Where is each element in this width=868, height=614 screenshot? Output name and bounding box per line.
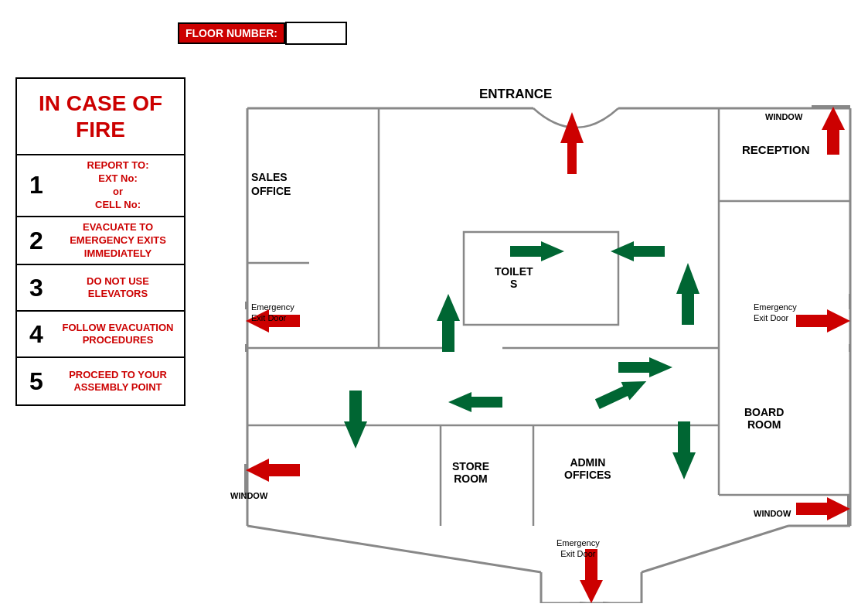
svg-line-33	[603, 602, 611, 603]
step-2-number: 2	[17, 223, 56, 259]
svg-marker-46	[593, 372, 650, 413]
reception-label: RECEPTION	[742, 143, 810, 156]
instruction-panel: IN CASE OF FIRE 1 REPORT TO:EXT No:orCEL…	[15, 77, 186, 406]
step-3-text: DO NOT USE ELEVATORS	[56, 271, 184, 305]
svg-line-32	[580, 602, 587, 603]
svg-line-8	[247, 526, 541, 572]
svg-marker-45	[618, 357, 672, 377]
exit-door-left-label: EmergencyExit Door	[251, 302, 294, 324]
step-4-text: FOLLOW EVACUATION PROCEDURES	[56, 318, 184, 352]
floor-number-label: FLOOR NUMBER:	[178, 22, 285, 44]
svg-line-4	[642, 526, 788, 572]
svg-marker-49	[344, 391, 367, 449]
toilets-label: TOILETS	[495, 265, 533, 290]
step-1-number: 1	[17, 167, 56, 203]
svg-marker-37	[796, 309, 850, 333]
svg-marker-35	[822, 107, 845, 155]
svg-marker-44	[676, 263, 700, 325]
panel-title: IN CASE OF FIRE	[17, 79, 184, 155]
entrance-label: ENTRANCE	[479, 87, 552, 102]
step-1-text: REPORT TO:EXT No:orCELL No:	[56, 155, 184, 216]
svg-marker-34	[560, 112, 584, 174]
floor-number-input[interactable]	[285, 22, 347, 45]
svg-marker-43	[437, 294, 460, 352]
store-room-label: STOREROOM	[452, 460, 489, 485]
svg-marker-47	[448, 392, 502, 412]
exit-door-right-label: EmergencyExit Door	[754, 302, 797, 324]
sales-office-label: SALESOFFICE	[251, 170, 291, 198]
step-4-row: 4 FOLLOW EVACUATION PROCEDURES	[17, 312, 184, 358]
step-3-row: 3 DO NOT USE ELEVATORS	[17, 265, 184, 312]
floor-plan-svg	[209, 46, 858, 603]
admin-offices-label: ADMINOFFICES	[564, 456, 611, 481]
exit-door-bottom-label: EmergencyExit Door	[557, 537, 600, 560]
svg-marker-39	[246, 459, 300, 482]
svg-marker-48	[672, 421, 696, 479]
step-5-text: PROCEED TO YOUR ASSEMBLY POINT	[56, 365, 184, 399]
step-5-row: 5 PROCEED TO YOUR ASSEMBLY POINT	[17, 358, 184, 404]
step-1-row: 1 REPORT TO:EXT No:orCELL No:	[17, 155, 184, 217]
step-5-number: 5	[17, 363, 56, 400]
step-2-row: 2 EVACUATE TO EMERGENCY EXITS IMMEDIATEL…	[17, 217, 184, 266]
svg-marker-40	[796, 497, 850, 520]
board-room-label: BOARDROOM	[744, 406, 784, 431]
window-bottom-right-label: WINDOW	[754, 509, 791, 518]
floor-plan: ENTRANCE SALESOFFICE RECEPTION TOILETS B…	[209, 46, 858, 603]
step-3-number: 3	[17, 270, 56, 306]
window-bottom-left-label: WINDOW	[230, 491, 267, 500]
step-2-text: EVACUATE TO EMERGENCY EXITS IMMEDIATELY	[56, 217, 184, 264]
svg-marker-41	[510, 241, 564, 261]
window-top-right-label: WINDOW	[765, 112, 802, 121]
floor-number-header: FLOOR NUMBER:	[178, 22, 347, 45]
step-4-number: 4	[17, 316, 56, 353]
